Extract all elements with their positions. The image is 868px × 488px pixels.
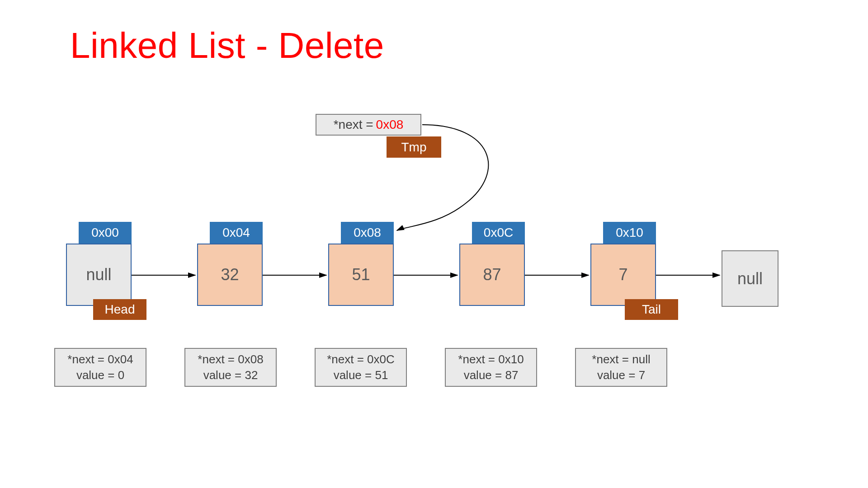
tail-tag: Tail <box>625 299 678 320</box>
head-tag: Head <box>93 299 146 320</box>
tmp-pointer-box: *next = 0x08 <box>316 114 421 136</box>
terminal-null: null <box>722 250 778 307</box>
tmp-tag: Tmp <box>387 136 441 158</box>
node-3-val: value = 87 <box>464 367 519 383</box>
node-1-next: *next = 0x08 <box>198 352 263 367</box>
node-1-info: *next = 0x08 value = 32 <box>184 348 277 387</box>
node-2-val: value = 51 <box>334 367 388 383</box>
node-1: 0x04 32 <box>197 222 263 306</box>
node-2-next: *next = 0x0C <box>327 352 395 367</box>
node-3-address: 0x0C <box>472 222 525 244</box>
node-0-val: value = 0 <box>76 367 124 383</box>
node-4-value: 7 <box>590 244 656 306</box>
node-4-address: 0x10 <box>603 222 656 244</box>
node-4-next: *next = null <box>592 352 650 367</box>
node-3-info: *next = 0x10 value = 87 <box>445 348 537 387</box>
node-0-address: 0x00 <box>79 222 132 244</box>
slide-title: Linked List - Delete <box>70 25 384 66</box>
tmp-next-value: 0x08 <box>376 117 404 132</box>
node-2-value: 51 <box>328 244 394 306</box>
node-4-val: value = 7 <box>597 367 645 383</box>
node-1-val: value = 32 <box>203 367 258 383</box>
node-0-info: *next = 0x04 value = 0 <box>54 348 146 387</box>
tmp-next-label: *next = <box>334 117 373 132</box>
node-1-value: 32 <box>197 244 263 306</box>
node-4: 0x10 7 <box>590 222 656 306</box>
node-2-address: 0x08 <box>341 222 394 244</box>
node-2-info: *next = 0x0C value = 51 <box>315 348 407 387</box>
node-1-address: 0x04 <box>210 222 263 244</box>
node-0-next: *next = 0x04 <box>67 352 133 367</box>
node-4-info: *next = null value = 7 <box>575 348 667 387</box>
node-2: 0x08 51 <box>328 222 394 306</box>
node-0: 0x00 null <box>66 222 132 306</box>
node-3-value: 87 <box>459 244 525 306</box>
node-0-value: null <box>66 244 132 306</box>
node-3: 0x0C 87 <box>459 222 525 306</box>
diagram-stage: Linked List - Delete *next = 0x08 Tmp 0x… <box>0 0 868 488</box>
node-3-next: *next = 0x10 <box>458 352 524 367</box>
